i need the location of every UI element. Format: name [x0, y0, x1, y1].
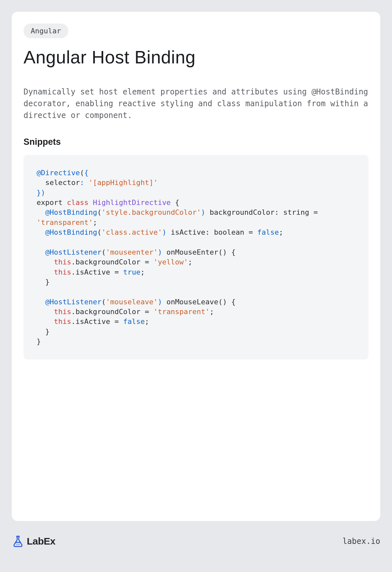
- code-token: ): [162, 228, 166, 236]
- content-card: Angular Angular Host Binding Dynamically…: [12, 12, 380, 521]
- code-token: ): [41, 189, 45, 197]
- page-title: Angular Host Binding: [24, 47, 368, 68]
- code-token: (: [80, 169, 84, 177]
- code-token: [37, 208, 45, 216]
- code-token: [84, 178, 89, 187]
- code-token: }: [37, 328, 50, 336]
- code-token: (: [97, 208, 101, 216]
- code-token: onMouseEnter() {: [162, 248, 236, 256]
- code-token: '[appHighlight]': [89, 178, 158, 187]
- code-token: @HostListener: [45, 248, 102, 256]
- code-token: ;: [93, 218, 97, 227]
- code-token: {: [171, 198, 180, 207]
- code-token: }: [37, 278, 50, 286]
- topic-tag: Angular: [24, 24, 68, 38]
- code-token: (: [102, 248, 106, 256]
- code-token: this: [54, 317, 71, 326]
- code-token: [37, 228, 45, 236]
- code-token: ;: [145, 317, 149, 326]
- footer-domain: labex.io: [342, 537, 380, 546]
- code-token: ): [158, 298, 162, 306]
- code-token: }: [37, 189, 41, 197]
- code-token: .backgroundColor =: [71, 258, 154, 266]
- page-description: Dynamically set host element properties …: [24, 86, 368, 121]
- code-token: false: [257, 228, 279, 236]
- code-token: .isActive =: [71, 317, 123, 326]
- code-token: ): [201, 208, 205, 216]
- code-token: this: [54, 308, 71, 316]
- svg-point-1: [18, 544, 19, 545]
- code-token: HighlightDirective: [93, 198, 171, 207]
- code-token: isActive: boolean =: [166, 228, 257, 236]
- code-token: export: [37, 198, 67, 207]
- flask-icon: [12, 535, 24, 547]
- code-token: onMouseLeave() {: [162, 298, 236, 306]
- snippets-heading: Snippets: [24, 137, 368, 147]
- code-snippet: @Directive({ selector: '[appHighlight]' …: [24, 155, 368, 360]
- code-token: @Directive: [37, 169, 80, 177]
- code-token: @HostListener: [45, 298, 102, 306]
- code-token: this: [54, 258, 71, 266]
- code-token: ;: [140, 268, 145, 276]
- code-token: backgroundColor: string =: [205, 208, 322, 216]
- code-token: 'style.backgroundColor': [102, 208, 201, 216]
- code-token: 'yellow': [154, 258, 188, 266]
- code-token: [37, 308, 54, 316]
- code-token: [37, 268, 54, 276]
- code-token: [37, 298, 45, 306]
- code-token: (: [97, 228, 101, 236]
- code-token: :: [80, 178, 84, 187]
- code-token: {: [84, 169, 89, 177]
- svg-point-0: [17, 544, 18, 545]
- code-token: true: [123, 268, 140, 276]
- code-token: 'transparent': [37, 218, 93, 227]
- code-token: this: [54, 268, 71, 276]
- code-token: .isActive =: [71, 268, 123, 276]
- code-token: selector: [37, 178, 80, 187]
- code-token: @HostBinding: [45, 208, 97, 216]
- code-token: 'mouseleave': [106, 298, 158, 306]
- brand: LabEx: [12, 535, 56, 547]
- code-token: @HostBinding: [45, 228, 97, 236]
- code-token: [37, 258, 54, 266]
- code-token: 'class.active': [102, 228, 162, 236]
- code-token: ;: [188, 258, 192, 266]
- code-token: ): [158, 248, 162, 256]
- code-token: }: [37, 337, 41, 345]
- code-token: 'transparent': [154, 308, 210, 316]
- code-token: [37, 317, 54, 326]
- brand-name: LabEx: [27, 536, 56, 547]
- code-token: .backgroundColor =: [71, 308, 154, 316]
- code-token: class: [67, 198, 89, 207]
- code-token: (: [102, 298, 106, 306]
- page-footer: LabEx labex.io: [12, 535, 380, 547]
- code-token: [89, 198, 93, 207]
- code-token: false: [123, 317, 145, 326]
- code-token: ;: [279, 228, 283, 236]
- code-token: ;: [210, 308, 214, 316]
- code-token: 'mouseenter': [106, 248, 158, 256]
- code-token: [37, 248, 45, 256]
